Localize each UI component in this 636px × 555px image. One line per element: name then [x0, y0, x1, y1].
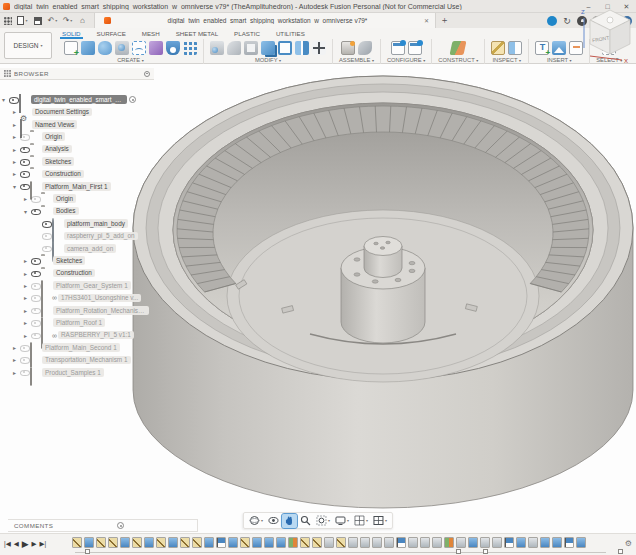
browser-item-label[interactable]: 17HS3401_Usongshine v...	[58, 294, 141, 303]
timeline-feature-5[interactable]	[120, 537, 130, 548]
browser-item-platform-main-second-1[interactable]: ▸Platform_Main_Second 1	[13, 342, 120, 353]
timeline-feature-11[interactable]	[192, 537, 202, 548]
timeline-group-marker[interactable]	[456, 549, 461, 554]
expand-arrow-icon[interactable]: ▸	[13, 170, 20, 177]
timeline-track[interactable]	[75, 552, 606, 553]
timeline-feature-28[interactable]	[396, 537, 406, 548]
ribbon-tab-utilities[interactable]: UTILITIES	[274, 29, 307, 39]
viewports-icon[interactable]: ▾	[371, 514, 389, 528]
spline-icon[interactable]	[132, 41, 146, 55]
browser-item-sketches[interactable]: ▸Sketches	[13, 156, 74, 167]
browser-item-origin[interactable]: ▸Origin	[13, 131, 65, 142]
browser-item-label[interactable]: Construction	[53, 269, 95, 278]
visibility-eye-icon[interactable]	[20, 133, 30, 141]
timeline-feature-6[interactable]	[132, 537, 142, 548]
combine-icon[interactable]	[261, 41, 275, 55]
browser-item-label[interactable]: Platform_Main_First 1	[42, 182, 111, 191]
browser-item-label[interactable]: raspberry_pi_5_add_on	[64, 232, 138, 241]
redo-button[interactable]: ↷▾	[61, 14, 74, 27]
expand-arrow-icon[interactable]: ▸	[13, 158, 20, 165]
configuration-table-icon[interactable]	[391, 41, 405, 55]
browser-item-platform-main-first-1[interactable]: ▾Platform_Main_First 1	[13, 181, 111, 192]
activate-component-radio[interactable]	[129, 96, 136, 103]
timeline-feature-29[interactable]	[408, 537, 418, 548]
browser-item-17hs3401-usongshine-v-[interactable]: ▸∞17HS3401_Usongshine v...	[24, 292, 141, 303]
timeline-feature-42[interactable]	[564, 537, 574, 548]
timeline-feature-37[interactable]	[504, 537, 514, 548]
timeline-feature-40[interactable]	[540, 537, 550, 548]
timeline-feature-23[interactable]	[336, 537, 346, 548]
browser-item-label[interactable]: camera_add_on	[64, 244, 116, 253]
timeline-feature-3[interactable]	[96, 537, 106, 548]
browser-item-raspberry-pi-5-v1-1[interactable]: ▸∞RASPBERRY_PI_5 v1:1	[24, 330, 134, 341]
visibility-eye-icon[interactable]	[42, 232, 52, 240]
timeline-feature-25[interactable]	[360, 537, 370, 548]
web-icon[interactable]	[166, 41, 180, 55]
visibility-eye-icon[interactable]	[20, 356, 30, 364]
measure-icon[interactable]	[491, 41, 505, 55]
split-body-icon[interactable]	[295, 41, 309, 55]
timeline-feature-2[interactable]	[84, 537, 94, 548]
browser-item-label[interactable]: Origin	[53, 194, 76, 203]
display-settings-icon[interactable]: ▾	[333, 514, 351, 528]
browser-item-construction[interactable]: ▸Construction	[24, 268, 95, 279]
group-label-inspect[interactable]: INSPECT ▾	[492, 57, 521, 63]
timeline-feature-32[interactable]	[444, 537, 454, 548]
timeline-feature-34[interactable]	[468, 537, 478, 548]
timeline-feature-20[interactable]	[300, 537, 310, 548]
pan-icon[interactable]	[282, 514, 297, 528]
timeline-feature-7[interactable]	[144, 537, 154, 548]
timeline-feature-22[interactable]	[324, 537, 334, 548]
browser-item-label[interactable]: Product_Samples 1	[42, 368, 104, 377]
expand-arrow-icon[interactable]: ▸	[24, 319, 31, 326]
expand-arrow-icon[interactable]: ▸	[13, 146, 20, 153]
visibility-eye-icon[interactable]	[31, 207, 41, 215]
timeline-feature-38[interactable]	[516, 537, 526, 548]
timeline-group-marker[interactable]	[483, 549, 488, 554]
document-tab[interactable]: digital_twin_enabled_smart_shipping_work…	[94, 13, 436, 28]
timeline-feature-30[interactable]	[420, 537, 430, 548]
workspace-selector[interactable]: DESIGN▾	[4, 32, 52, 59]
browser-item-label[interactable]: Platform_Main_Second 1	[42, 343, 120, 352]
orbit-icon[interactable]: ▾	[247, 514, 265, 528]
browser-item-product-samples-1[interactable]: ▸Product_Samples 1	[13, 367, 104, 378]
visibility-eye-icon[interactable]	[31, 257, 41, 265]
grid-settings-icon[interactable]: ▾	[352, 514, 370, 528]
browser-item-label[interactable]: Platform_Rotation_Mechanism 1	[53, 306, 149, 315]
browser-item-raspberry-pi-5-add-on[interactable]: raspberry_pi_5_add_on	[35, 230, 138, 241]
pattern-icon[interactable]	[183, 41, 197, 55]
timeline-feature-36[interactable]	[492, 537, 502, 548]
timeline-feature-31[interactable]	[432, 537, 442, 548]
visibility-eye-icon[interactable]	[42, 220, 52, 228]
browser-item-document-settings[interactable]: ▸⚙Document Settings	[13, 106, 92, 117]
expand-arrow-icon[interactable]: ▸	[13, 133, 20, 140]
expand-arrow-icon[interactable]: ▸	[13, 356, 20, 363]
expand-arrow-icon[interactable]: ▸	[24, 282, 31, 289]
timeline-feature-17[interactable]	[264, 537, 274, 548]
browser-item-analysis[interactable]: ▸Analysis	[13, 144, 72, 155]
browser-item-label[interactable]: Sketches	[53, 256, 85, 265]
timeline-feature-41[interactable]	[552, 537, 562, 548]
timeline-settings-icon[interactable]: ⚙	[625, 539, 632, 549]
browser-item-construction[interactable]: ▸Construction	[13, 168, 84, 179]
timeline-feature-35[interactable]	[480, 537, 490, 548]
browser-item-label[interactable]: Analysis	[42, 145, 72, 154]
timeline-feature-8[interactable]	[156, 537, 166, 548]
timeline-play-button[interactable]: ▶	[22, 538, 29, 550]
expand-arrow-icon[interactable]: ▸	[13, 121, 20, 128]
group-label-insert[interactable]: INSERT ▾	[547, 57, 572, 63]
ribbon-tab-plastic[interactable]: PLASTIC	[232, 29, 262, 39]
browser-item-label[interactable]: Origin	[42, 132, 65, 141]
expand-arrow-icon[interactable]: ▸	[24, 270, 31, 277]
expand-arrow-icon[interactable]: ▸	[13, 369, 20, 376]
sync-icon[interactable]: ↻	[562, 16, 572, 26]
shell-icon[interactable]	[244, 41, 258, 55]
save-button[interactable]	[31, 14, 44, 27]
timeline-step-back-button[interactable]: ◀	[14, 538, 19, 550]
ribbon-tab-surface[interactable]: SURFACE	[95, 29, 128, 39]
browser-header[interactable]: BROWSER	[0, 68, 154, 80]
timeline-feature-14[interactable]	[228, 537, 238, 548]
zoom-icon[interactable]	[298, 514, 313, 528]
construct-plane-icon[interactable]	[450, 41, 467, 55]
press-pull-icon[interactable]	[210, 41, 224, 55]
